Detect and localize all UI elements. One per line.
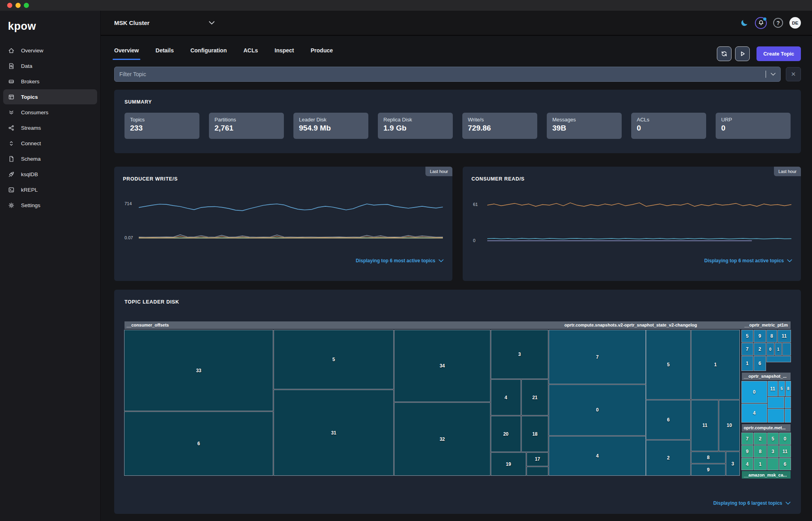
treemap-cell[interactable]: 4: [491, 380, 521, 415]
treemap-cell[interactable]: 4: [742, 404, 767, 422]
treemap-cell[interactable]: 3: [491, 330, 548, 379]
tab-overview[interactable]: Overview: [114, 47, 139, 60]
sidebar-item-overview[interactable]: Overview: [3, 43, 97, 58]
tab-produce[interactable]: Produce: [311, 47, 333, 60]
treemap-cell[interactable]: [768, 397, 784, 408]
tab-configuration[interactable]: Configuration: [190, 47, 227, 60]
treemap-cell[interactable]: 21: [522, 380, 548, 415]
treemap-cell-value: 4: [505, 395, 508, 400]
y-axis-tick: 714: [124, 201, 132, 206]
treemap-cell[interactable]: 2: [754, 343, 766, 355]
treemap-cell[interactable]: 7: [549, 330, 645, 384]
treemap-cell[interactable]: 11: [691, 400, 718, 451]
treemap-cell[interactable]: 33: [124, 330, 273, 411]
producer-topics-dropdown[interactable]: Displaying top 6 most active topics: [356, 258, 444, 263]
dark-mode-toggle[interactable]: [740, 19, 749, 27]
treemap-cell[interactable]: 9: [754, 330, 766, 342]
treemap-group-header[interactable]: __oprtr_snapshot_...: [742, 373, 791, 380]
treemap-cell[interactable]: 0: [779, 433, 791, 444]
treemap-cell[interactable]: 1: [742, 356, 753, 371]
tab-acls[interactable]: ACLs: [243, 47, 258, 60]
treemap-group-header[interactable]: __consumer_offsetsoprtr.compute.snapshot…: [124, 321, 791, 329]
treemap-cell[interactable]: 20: [491, 416, 521, 452]
treemap-cell[interactable]: 9: [691, 464, 725, 475]
treemap-group-header[interactable]: oprtr.compute.met...: [742, 424, 791, 432]
treemap-cell[interactable]: [785, 409, 791, 422]
treemap-cell[interactable]: 3: [768, 446, 778, 457]
treemap-cell[interactable]: 8: [767, 330, 777, 342]
treemap-cell[interactable]: 6: [646, 400, 690, 439]
treemap-cell[interactable]: 10: [719, 400, 739, 451]
sidebar-item-topics[interactable]: Topics: [3, 89, 97, 104]
tab-details[interactable]: Details: [155, 47, 174, 60]
treemap-cell[interactable]: 8: [754, 446, 766, 457]
sidebar-item-krepl[interactable]: kREPL: [3, 182, 97, 197]
traffic-light-zoom[interactable]: [24, 3, 29, 8]
treemap-cell[interactable]: 0: [549, 385, 645, 435]
sidebar-item-settings[interactable]: Settings: [3, 198, 97, 213]
refresh-button[interactable]: [717, 46, 732, 61]
treemap-cell[interactable]: [768, 458, 778, 470]
sidebar-item-schema[interactable]: Schema: [3, 151, 97, 166]
treemap-cell[interactable]: 1: [775, 343, 781, 355]
sidebar-item-ksqldb[interactable]: ksqlDB: [3, 167, 97, 182]
notifications-button[interactable]: [755, 17, 767, 29]
chevron-down-icon[interactable]: [771, 73, 776, 76]
treemap-cell[interactable]: 32: [395, 403, 490, 475]
treemap-cell[interactable]: 11: [779, 446, 791, 457]
treemap-cell[interactable]: [785, 397, 791, 408]
treemap-cell[interactable]: [783, 343, 791, 355]
moon-icon: [740, 19, 749, 27]
traffic-light-close[interactable]: [7, 3, 12, 8]
treemap-cell[interactable]: [767, 356, 791, 362]
treemap-cell[interactable]: [768, 409, 784, 422]
filter-clear-button[interactable]: ✕: [786, 67, 801, 81]
cluster-selector[interactable]: MSK Cluster: [114, 19, 214, 26]
treemap-cell[interactable]: 8: [691, 452, 725, 463]
treemap-cell[interactable]: 11: [768, 381, 778, 396]
treemap-cell[interactable]: 2: [646, 440, 690, 475]
sidebar-item-data[interactable]: Data: [3, 58, 97, 73]
treemap-cell[interactable]: 34: [395, 330, 490, 402]
sidebar-item-consumers[interactable]: Consumers: [3, 105, 97, 120]
play-button[interactable]: [735, 46, 750, 61]
treemap-cell[interactable]: 5: [274, 330, 393, 389]
sidebar-item-streams[interactable]: Streams: [3, 120, 97, 135]
treemap-cell[interactable]: 1: [691, 330, 739, 399]
treemap-cell[interactable]: 0: [742, 381, 767, 403]
treemap-cell[interactable]: 7: [742, 433, 753, 444]
treemap-cell[interactable]: 5: [742, 330, 753, 342]
treemap-cell[interactable]: 5: [779, 381, 785, 396]
treemap-cell[interactable]: 5: [646, 330, 690, 399]
treemap-cell[interactable]: 18: [522, 416, 548, 452]
treemap-cell[interactable]: 0: [767, 343, 774, 355]
avatar[interactable]: DE: [789, 17, 801, 29]
topic-filter-input[interactable]: Filter Topic: [114, 67, 781, 82]
create-topic-button[interactable]: Create Topic: [756, 46, 801, 61]
help-button[interactable]: ?: [773, 18, 783, 28]
traffic-light-minimize[interactable]: [15, 3, 21, 8]
sidebar-item-connect[interactable]: Connect: [3, 136, 97, 151]
treemap-cell[interactable]: 6: [124, 412, 273, 475]
treemap-cell[interactable]: 6: [779, 458, 791, 470]
treemap-cell[interactable]: 2: [754, 433, 766, 444]
treemap-group-header[interactable]: __amazon_msk_ca...: [742, 471, 791, 479]
treemap-cell[interactable]: 11: [778, 330, 791, 342]
treemap-cell[interactable]: 4: [742, 458, 753, 470]
treemap-cell[interactable]: 3: [726, 452, 739, 475]
treemap-cell[interactable]: 19: [491, 453, 526, 475]
treemap-cell[interactable]: 8: [786, 381, 791, 396]
sidebar-item-brokers[interactable]: Brokers: [3, 74, 97, 89]
treemap-cell[interactable]: 7: [742, 343, 753, 355]
treemap-cell[interactable]: 1: [754, 458, 766, 470]
tab-inspect[interactable]: Inspect: [275, 47, 294, 60]
treemap-cell[interactable]: 31: [274, 390, 393, 475]
treemap-cell[interactable]: 5: [768, 433, 778, 444]
consumer-topics-dropdown[interactable]: Displaying top 6 most active topics: [704, 258, 792, 263]
largest-topics-dropdown[interactable]: Displaying top 6 largest topics: [713, 500, 791, 506]
treemap-cell[interactable]: 6: [754, 356, 766, 371]
treemap-cell[interactable]: 4: [549, 436, 645, 475]
treemap-cell[interactable]: 17: [527, 453, 548, 466]
treemap-cell[interactable]: 9: [742, 446, 753, 457]
treemap-cell[interactable]: [527, 467, 548, 475]
